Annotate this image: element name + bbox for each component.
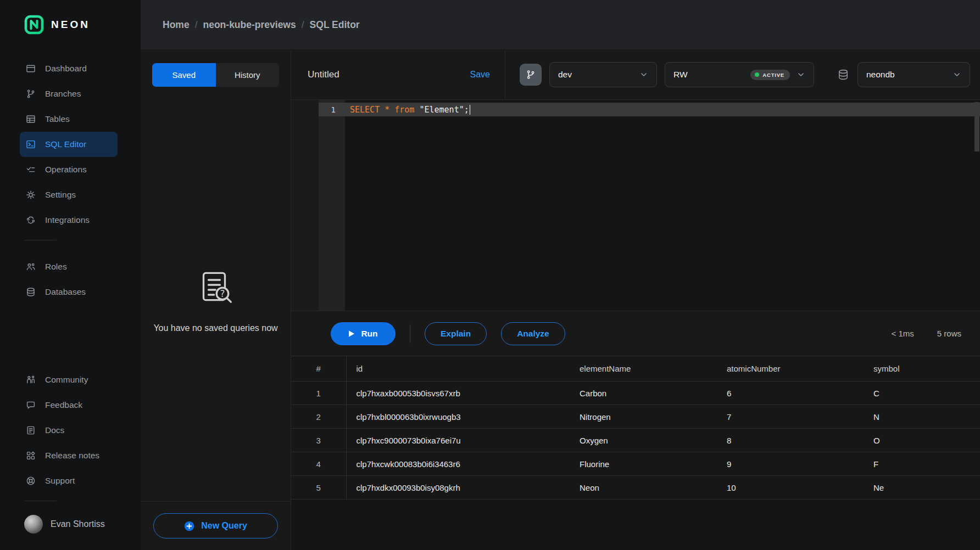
breadcrumb-current: SQL Editor — [310, 19, 360, 31]
app-window: NEON Dashboard Branches Tables — [0, 0, 980, 550]
sidebar-item-label: Databases — [45, 287, 86, 297]
sql-text — [389, 105, 394, 115]
table-cell: O — [873, 429, 980, 452]
column-header-symbol[interactable]: symbol — [873, 356, 980, 381]
community-icon — [25, 374, 36, 385]
editor-scrollbar-thumb[interactable] — [975, 102, 979, 151]
lifebuoy-icon — [25, 475, 36, 486]
sidebar-item-branches[interactable]: Branches — [20, 81, 118, 106]
column-header-id[interactable]: id — [346, 356, 580, 381]
new-query-label: New Query — [201, 521, 247, 531]
sql-keyword: SELECT — [350, 105, 380, 115]
saved-history-tabs: Saved History — [152, 63, 279, 87]
table-cell: Neon — [580, 476, 727, 500]
brand-logo[interactable]: NEON — [0, 0, 141, 49]
branch-select[interactable]: dev — [549, 62, 657, 87]
table-cell: clp7hxdkx00093b0isy08gkrh — [346, 476, 580, 500]
compute-select-value: RW — [673, 70, 744, 80]
empty-state: ? You have no saved queries now — [141, 100, 291, 501]
compute-select[interactable]: RW ACTIVE — [665, 62, 814, 87]
code-editor[interactable]: 1 SELECT * from "Element"; — [291, 100, 980, 311]
chevron-down-icon — [953, 70, 961, 79]
line-number: 1 — [319, 105, 345, 114]
checklist-icon — [25, 164, 36, 175]
database-select-group: neondb — [837, 62, 970, 87]
dashboard-icon — [25, 63, 36, 74]
table-row[interactable]: 5clp7hxdkx00093b0isy08gkrhNeon10Ne — [291, 476, 980, 500]
sidebar-item-databases[interactable]: Databases — [20, 279, 118, 305]
breadcrumb-home[interactable]: Home — [163, 19, 190, 31]
sidebar-item-tables[interactable]: Tables — [20, 106, 118, 132]
branch-tree-button[interactable] — [520, 64, 542, 86]
row-index-cell: 1 — [291, 381, 346, 405]
sidebar-item-docs[interactable]: Docs — [20, 418, 118, 443]
sidebar-item-label: Branches — [45, 89, 81, 99]
sidebar-item-community[interactable]: Community — [20, 367, 118, 392]
sidebar-item-label: Docs — [45, 425, 64, 435]
document-icon — [25, 425, 36, 436]
table-icon — [25, 114, 36, 125]
branch-select-value: dev — [558, 70, 633, 80]
table-row[interactable]: 2clp7hxbl000063b0ixrwuogb3Nitrogen7N — [291, 405, 980, 429]
user-name: Evan Shortiss — [51, 519, 105, 529]
sidebar-item-label: Feedback — [45, 400, 82, 410]
explain-button[interactable]: Explain — [425, 322, 487, 345]
code-line-current[interactable]: 1 SELECT * from "Element"; — [319, 103, 980, 116]
active-status-label: ACTIVE — [762, 72, 784, 78]
sidebar-item-operations[interactable]: Operations — [20, 157, 118, 182]
user-menu[interactable]: Evan Shortiss — [0, 508, 141, 540]
table-cell: clp7hxcwk00083b0i6i3463r6 — [346, 452, 580, 476]
sidebar-item-support[interactable]: Support — [20, 468, 118, 493]
no-saved-queries-icon: ? — [196, 268, 236, 308]
table-row[interactable]: 1clp7hxaxb00053b0isvs67xrbCarbon6C — [291, 381, 980, 405]
analyze-button[interactable]: Analyze — [501, 322, 565, 345]
column-header-elementname[interactable]: elementName — [580, 356, 727, 381]
editor-controls: dev RW ACTIVE — [505, 50, 980, 99]
sidebar-item-feedback[interactable]: Feedback — [20, 392, 118, 418]
sidebar-item-label: Roles — [45, 262, 67, 272]
sidebar-item-label: Support — [45, 476, 75, 486]
table-row[interactable]: 4clp7hxcwk00083b0i6i3463r6Fluorine9F — [291, 452, 980, 476]
sidebar-item-label: Dashboard — [45, 64, 87, 74]
query-row-count: 5 rows — [937, 329, 961, 338]
active-status-dot — [755, 72, 759, 77]
play-icon — [348, 330, 355, 338]
sidebar-nav-primary: Dashboard Branches Tables SQL Editor — [0, 49, 141, 233]
breadcrumb-project[interactable]: neon-kube-previews — [203, 19, 296, 31]
sql-keyword: from — [394, 105, 414, 115]
results-panel: # id elementName atomicNumber symbol 1cl… — [291, 356, 980, 550]
query-title[interactable]: Untitled — [308, 69, 339, 80]
sidebar-item-roles[interactable]: Roles — [20, 254, 118, 279]
text-cursor — [470, 105, 471, 115]
save-link[interactable]: Save — [470, 70, 490, 80]
table-cell: 9 — [727, 452, 873, 476]
database-select-value: neondb — [866, 70, 946, 80]
git-branch-icon — [25, 88, 36, 99]
column-header-atomicnumber[interactable]: atomicNumber — [727, 356, 873, 381]
table-row[interactable]: 3clp7hxc9000073b0ixa76ei7uOxygen8O — [291, 429, 980, 452]
editor-body[interactable]: 1 SELECT * from "Element"; — [319, 100, 980, 311]
sidebar-item-sql-editor[interactable]: SQL Editor — [20, 132, 118, 157]
query-title-group: Untitled Save — [291, 50, 505, 99]
column-header-index[interactable]: # — [291, 356, 346, 381]
sidebar-item-label: Settings — [45, 190, 76, 200]
row-index-cell: 4 — [291, 452, 346, 476]
new-query-button[interactable]: New Query — [153, 513, 278, 538]
sidebar-divider — [25, 501, 57, 501]
breadcrumb: Home / neon-kube-previews / SQL Editor — [163, 19, 360, 31]
table-cell: Oxygen — [580, 429, 727, 452]
breadcrumb-separator: / — [190, 19, 203, 31]
sidebar-item-integrations[interactable]: Integrations — [20, 207, 118, 233]
breadcrumb-separator: / — [296, 19, 310, 31]
database-select[interactable]: neondb — [858, 62, 970, 87]
sql-editor-pane: Untitled Save dev RW — [291, 50, 980, 550]
svg-text:?: ? — [220, 288, 225, 299]
sidebar-item-settings[interactable]: Settings — [20, 182, 118, 207]
tab-history[interactable]: History — [216, 63, 280, 87]
sql-statement: SELECT * from "Element"; — [345, 105, 469, 115]
sidebar-item-dashboard[interactable]: Dashboard — [20, 56, 118, 81]
sidebar-item-release-notes[interactable]: Release notes — [20, 443, 118, 468]
tab-saved[interactable]: Saved — [152, 63, 216, 87]
run-label: Run — [361, 329, 377, 339]
run-button[interactable]: Run — [331, 322, 396, 345]
